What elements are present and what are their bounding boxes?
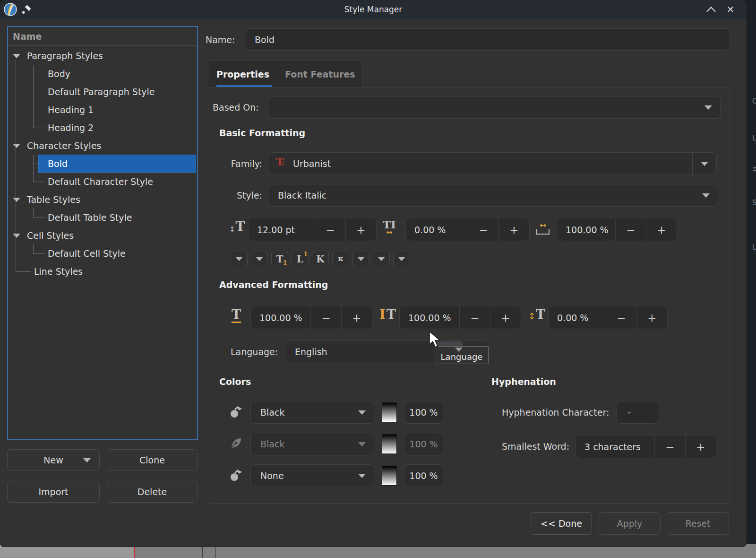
fill-color-shade-button[interactable]: 100 % — [404, 401, 443, 424]
smallest-word-value[interactable]: 3 characters — [576, 436, 655, 458]
delete-button-label: Delete — [137, 487, 167, 497]
dropdown-toggle-1[interactable] — [251, 251, 268, 267]
fill-color-shade-swatch — [382, 402, 397, 422]
clone-button[interactable]: Clone — [107, 449, 198, 471]
small-caps-toggle-5[interactable]: к — [332, 251, 349, 267]
tree-item-cell-styles[interactable]: Cell Styles — [8, 227, 197, 244]
background-color-icon — [229, 469, 243, 484]
family-select[interactable]: TT Urbanist — [268, 152, 717, 175]
tree-item-default-paragraph-style[interactable]: Default Paragraph Style — [8, 83, 197, 101]
tree-item-bold[interactable]: Bold — [8, 155, 197, 173]
tracking-icon: TI↔ — [383, 219, 396, 235]
v-scale-increase[interactable]: + — [490, 306, 521, 329]
minimize-button[interactable] — [702, 0, 721, 19]
h-scale-value[interactable]: 100.00 % — [251, 306, 311, 329]
word-spacing-increase[interactable]: + — [646, 218, 677, 241]
all-caps-toggle-4[interactable]: K — [312, 251, 329, 267]
hyphenation-character-input[interactable]: - — [617, 401, 659, 424]
tab-bar: Properties Font Features — [208, 61, 363, 87]
chevron-down-icon — [455, 348, 463, 352]
tree-item-default-character-style[interactable]: Default Character Style — [8, 173, 197, 191]
delete-button[interactable]: Delete — [107, 481, 198, 503]
v-scale-decrease[interactable]: − — [460, 306, 490, 329]
import-button[interactable]: Import — [7, 481, 100, 503]
tree-item-label: Table Styles — [27, 191, 80, 209]
dropdown-toggle-0[interactable] — [231, 251, 248, 267]
chevron-down-icon — [378, 257, 385, 261]
tracking-decrease[interactable]: − — [468, 218, 499, 241]
superscript-toggle-3[interactable]: L1 — [292, 251, 309, 267]
dropdown-toggle-7[interactable] — [373, 251, 390, 267]
h-scale-increase[interactable]: + — [342, 306, 372, 329]
stroke-color-select[interactable]: Black — [250, 433, 374, 455]
tree-item-label: Line Styles — [34, 262, 83, 280]
baseline-offset-icon: ↕T — [528, 308, 545, 321]
chevron-down-icon — [701, 162, 708, 166]
word-spacing-icon: ↔ — [536, 221, 550, 235]
tree-item-body[interactable]: Body — [8, 65, 197, 83]
tab-properties[interactable]: Properties — [216, 61, 269, 87]
baseline-offset-value[interactable]: 0.00 % — [549, 306, 606, 329]
window-title: Style Manager — [0, 0, 747, 19]
background-color-shade-button[interactable]: 100 % — [404, 464, 443, 487]
style-tree-rows: Paragraph StylesBodyDefault Paragraph St… — [8, 47, 197, 425]
tracking-value[interactable]: 0.00 % — [406, 218, 468, 241]
colors-heading: Colors — [219, 376, 251, 387]
background-color-select[interactable]: None — [250, 464, 374, 487]
pin-icon[interactable] — [21, 4, 32, 15]
tree-item-line-styles[interactable]: Line Styles — [8, 262, 197, 280]
h-scale-decrease[interactable]: − — [311, 306, 342, 329]
tree-item-table-styles[interactable]: Table Styles — [8, 191, 197, 209]
tree-item-heading-2[interactable]: Heading 2 — [8, 119, 197, 137]
tab-font-features[interactable]: Font Features — [285, 61, 355, 87]
tracking-increase[interactable]: + — [499, 218, 529, 241]
tree-connector — [33, 244, 34, 254]
font-size-icon: ↕T — [229, 220, 245, 233]
new-button[interactable]: New — [7, 449, 100, 471]
background-window-edge: OL≡ SU — [747, 0, 756, 544]
tree-item-heading-1[interactable]: Heading 1 — [8, 101, 197, 119]
small-caps-glyph: к — [338, 255, 344, 262]
smallest-word-decrease[interactable]: − — [655, 436, 686, 458]
close-button[interactable]: ✕ — [721, 0, 740, 19]
smallest-word-spinner: 3 characters − + — [576, 435, 716, 458]
tree-item-character-styles[interactable]: Character Styles — [8, 137, 197, 155]
subscript-toggle-2[interactable]: T1 — [271, 251, 288, 267]
chevron-up-icon — [706, 7, 716, 16]
smallest-word-label: Smallest Word: — [502, 435, 569, 458]
tree-connector — [33, 253, 45, 254]
font-size-value[interactable]: 12.00 pt — [249, 218, 315, 241]
tree-item-label: Default Paragraph Style — [48, 83, 155, 101]
font-size-increase[interactable]: + — [346, 218, 376, 241]
word-spacing-value[interactable]: 100.00 % — [557, 218, 616, 241]
baseline-offset-increase[interactable]: + — [637, 306, 667, 329]
font-size-decrease[interactable]: − — [315, 218, 346, 241]
stroke-color-shade-button[interactable]: 100 % — [404, 433, 443, 455]
chevron-down-icon — [358, 474, 366, 478]
done-button[interactable]: << Done — [531, 512, 592, 535]
triangle-down-icon[interactable] — [13, 198, 20, 202]
reset-button[interactable]: Reset — [667, 512, 729, 535]
baseline-offset-decrease[interactable]: − — [606, 306, 637, 329]
word-spacing-decrease[interactable]: − — [616, 218, 646, 241]
triangle-down-icon[interactable] — [13, 144, 20, 148]
name-input[interactable]: Bold — [245, 28, 730, 51]
tree-item-label: Default Cell Style — [48, 244, 126, 262]
fill-color-select[interactable]: Black — [250, 401, 374, 424]
tree-item-paragraph-styles[interactable]: Paragraph Styles — [8, 47, 197, 65]
triangle-down-icon[interactable] — [13, 54, 20, 58]
language-label: Language: — [231, 340, 278, 363]
dropdown-toggle-6[interactable] — [352, 251, 369, 267]
tree-item-default-cell-style[interactable]: Default Cell Style — [8, 244, 197, 262]
dropdown-toggle-8[interactable] — [393, 251, 410, 267]
triangle-down-icon[interactable] — [13, 234, 20, 238]
font-style-select[interactable]: Black Italic — [268, 184, 718, 207]
smallest-word-increase[interactable]: + — [686, 436, 716, 458]
apply-button[interactable]: Apply — [599, 512, 661, 535]
chevron-down-icon — [358, 442, 366, 446]
tree-item-default-table-style[interactable]: Default Table Style — [8, 209, 197, 227]
v-scale-value[interactable]: 100.00 % — [400, 306, 460, 329]
hyphenation-character-label: Hyphenation Character: — [502, 401, 609, 424]
tree-connector — [33, 182, 45, 182]
based-on-select[interactable] — [268, 96, 721, 119]
